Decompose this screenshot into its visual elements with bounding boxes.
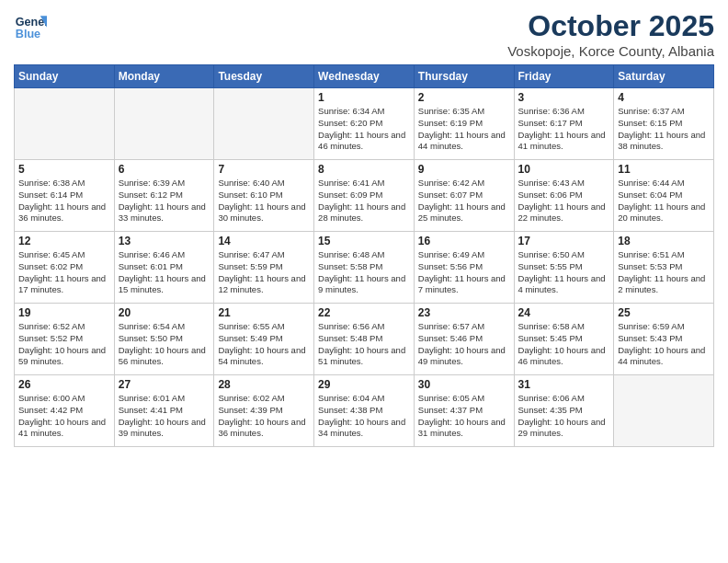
calendar-cell: 25Sunrise: 6:59 AM Sunset: 5:43 PM Dayli…	[614, 304, 714, 375]
day-number: 8	[318, 163, 410, 176]
weekday-header-tuesday: Tuesday	[214, 65, 314, 88]
day-info: Sunrise: 6:37 AM Sunset: 6:15 PM Dayligh…	[618, 106, 710, 153]
calendar-cell: 11Sunrise: 6:44 AM Sunset: 6:04 PM Dayli…	[614, 160, 714, 232]
day-info: Sunrise: 6:55 AM Sunset: 5:49 PM Dayligh…	[218, 321, 310, 368]
day-number: 3	[518, 91, 610, 104]
day-info: Sunrise: 6:52 AM Sunset: 5:52 PM Dayligh…	[18, 321, 110, 368]
day-info: Sunrise: 6:56 AM Sunset: 5:48 PM Dayligh…	[318, 321, 410, 368]
day-number: 1	[318, 91, 410, 104]
day-number: 12	[18, 235, 110, 247]
week-row-3: 19Sunrise: 6:52 AM Sunset: 5:52 PM Dayli…	[15, 304, 714, 375]
calendar-cell: 9Sunrise: 6:42 AM Sunset: 6:07 PM Daylig…	[414, 160, 514, 232]
calendar-cell: 6Sunrise: 6:39 AM Sunset: 6:12 PM Daylig…	[114, 160, 214, 232]
day-info: Sunrise: 6:36 AM Sunset: 6:17 PM Dayligh…	[518, 106, 610, 153]
header: General Blue October 2025 Voskopoje, Kor…	[14, 9, 714, 59]
calendar-cell: 22Sunrise: 6:56 AM Sunset: 5:48 PM Dayli…	[314, 304, 415, 375]
day-info: Sunrise: 6:48 AM Sunset: 5:58 PM Dayligh…	[318, 249, 410, 296]
weekday-header-saturday: Saturday	[614, 65, 714, 88]
calendar-cell: 1Sunrise: 6:34 AM Sunset: 6:20 PM Daylig…	[314, 88, 415, 160]
calendar-cell: 12Sunrise: 6:45 AM Sunset: 6:02 PM Dayli…	[15, 232, 115, 304]
calendar-cell: 30Sunrise: 6:05 AM Sunset: 4:37 PM Dayli…	[414, 375, 514, 447]
calendar-cell: 7Sunrise: 6:40 AM Sunset: 6:10 PM Daylig…	[214, 160, 314, 232]
day-number: 11	[618, 163, 710, 176]
day-info: Sunrise: 6:04 AM Sunset: 4:38 PM Dayligh…	[318, 393, 410, 440]
calendar-cell: 26Sunrise: 6:00 AM Sunset: 4:42 PM Dayli…	[15, 375, 115, 447]
day-number: 30	[418, 378, 510, 391]
calendar-cell: 8Sunrise: 6:41 AM Sunset: 6:09 PM Daylig…	[314, 160, 415, 232]
calendar-cell: 29Sunrise: 6:04 AM Sunset: 4:38 PM Dayli…	[314, 375, 415, 447]
location: Voskopoje, Korce County, Albania	[507, 43, 714, 59]
calendar-cell	[114, 88, 214, 160]
day-info: Sunrise: 6:45 AM Sunset: 6:02 PM Dayligh…	[18, 249, 110, 296]
logo-icon: General Blue	[14, 9, 47, 42]
calendar-cell: 23Sunrise: 6:57 AM Sunset: 5:46 PM Dayli…	[414, 304, 514, 375]
day-number: 17	[518, 235, 610, 247]
day-number: 21	[218, 306, 310, 319]
day-info: Sunrise: 6:50 AM Sunset: 5:55 PM Dayligh…	[518, 249, 610, 296]
day-info: Sunrise: 6:54 AM Sunset: 5:50 PM Dayligh…	[119, 321, 210, 368]
day-number: 19	[18, 306, 110, 319]
day-info: Sunrise: 6:06 AM Sunset: 4:35 PM Dayligh…	[518, 393, 610, 440]
svg-text:Blue: Blue	[16, 28, 40, 40]
weekday-header-wednesday: Wednesday	[314, 65, 415, 88]
day-info: Sunrise: 6:58 AM Sunset: 5:45 PM Dayligh…	[518, 321, 610, 368]
calendar-cell: 10Sunrise: 6:43 AM Sunset: 6:06 PM Dayli…	[514, 160, 614, 232]
day-info: Sunrise: 6:47 AM Sunset: 5:59 PM Dayligh…	[218, 249, 310, 296]
day-number: 20	[119, 306, 210, 319]
day-info: Sunrise: 6:40 AM Sunset: 6:10 PM Dayligh…	[218, 178, 310, 224]
day-number: 2	[418, 91, 510, 104]
day-info: Sunrise: 6:05 AM Sunset: 4:37 PM Dayligh…	[418, 393, 510, 440]
week-row-2: 12Sunrise: 6:45 AM Sunset: 6:02 PM Dayli…	[15, 232, 714, 304]
calendar-cell: 20Sunrise: 6:54 AM Sunset: 5:50 PM Dayli…	[114, 304, 214, 375]
day-number: 29	[318, 378, 410, 391]
day-info: Sunrise: 6:39 AM Sunset: 6:12 PM Dayligh…	[119, 178, 210, 224]
week-row-4: 26Sunrise: 6:00 AM Sunset: 4:42 PM Dayli…	[15, 375, 714, 447]
day-number: 4	[618, 91, 710, 104]
day-info: Sunrise: 6:44 AM Sunset: 6:04 PM Dayligh…	[618, 178, 710, 224]
weekday-header-sunday: Sunday	[15, 65, 115, 88]
day-info: Sunrise: 6:57 AM Sunset: 5:46 PM Dayligh…	[418, 321, 510, 368]
calendar-cell	[214, 88, 314, 160]
day-number: 24	[518, 306, 610, 319]
day-info: Sunrise: 6:01 AM Sunset: 4:41 PM Dayligh…	[119, 393, 210, 440]
day-info: Sunrise: 6:35 AM Sunset: 6:19 PM Dayligh…	[418, 106, 510, 153]
day-info: Sunrise: 6:51 AM Sunset: 5:53 PM Dayligh…	[618, 249, 710, 296]
day-info: Sunrise: 6:43 AM Sunset: 6:06 PM Dayligh…	[518, 178, 610, 224]
main-container: General Blue October 2025 Voskopoje, Kor…	[0, 0, 728, 456]
logo: General Blue	[14, 9, 47, 42]
calendar-cell: 15Sunrise: 6:48 AM Sunset: 5:58 PM Dayli…	[314, 232, 415, 304]
calendar-cell: 27Sunrise: 6:01 AM Sunset: 4:41 PM Dayli…	[114, 375, 214, 447]
day-number: 6	[119, 163, 210, 176]
day-info: Sunrise: 6:49 AM Sunset: 5:56 PM Dayligh…	[418, 249, 510, 296]
day-number: 22	[318, 306, 410, 319]
weekday-header-monday: Monday	[114, 65, 214, 88]
title-block: October 2025 Voskopoje, Korce County, Al…	[507, 9, 714, 59]
day-number: 16	[418, 235, 510, 247]
day-number: 15	[318, 235, 410, 247]
calendar-cell: 3Sunrise: 6:36 AM Sunset: 6:17 PM Daylig…	[514, 88, 614, 160]
day-number: 10	[518, 163, 610, 176]
calendar-cell	[614, 375, 714, 447]
month-title: October 2025	[507, 9, 714, 43]
day-info: Sunrise: 6:59 AM Sunset: 5:43 PM Dayligh…	[618, 321, 710, 368]
day-number: 25	[618, 306, 710, 319]
day-info: Sunrise: 6:46 AM Sunset: 6:01 PM Dayligh…	[119, 249, 210, 296]
day-info: Sunrise: 6:02 AM Sunset: 4:39 PM Dayligh…	[218, 393, 310, 440]
calendar-cell: 18Sunrise: 6:51 AM Sunset: 5:53 PM Dayli…	[614, 232, 714, 304]
day-number: 26	[18, 378, 110, 391]
week-row-0: 1Sunrise: 6:34 AM Sunset: 6:20 PM Daylig…	[15, 88, 714, 160]
calendar-cell: 16Sunrise: 6:49 AM Sunset: 5:56 PM Dayli…	[414, 232, 514, 304]
calendar-cell: 31Sunrise: 6:06 AM Sunset: 4:35 PM Dayli…	[514, 375, 614, 447]
calendar-cell: 2Sunrise: 6:35 AM Sunset: 6:19 PM Daylig…	[414, 88, 514, 160]
day-number: 9	[418, 163, 510, 176]
calendar-cell	[15, 88, 115, 160]
calendar-table: SundayMondayTuesdayWednesdayThursdayFrid…	[14, 64, 714, 447]
day-number: 14	[218, 235, 310, 247]
day-number: 5	[18, 163, 110, 176]
day-info: Sunrise: 6:00 AM Sunset: 4:42 PM Dayligh…	[18, 393, 110, 440]
week-row-1: 5Sunrise: 6:38 AM Sunset: 6:14 PM Daylig…	[15, 160, 714, 232]
calendar-cell: 4Sunrise: 6:37 AM Sunset: 6:15 PM Daylig…	[614, 88, 714, 160]
day-number: 7	[218, 163, 310, 176]
day-number: 27	[119, 378, 210, 391]
day-number: 31	[518, 378, 610, 391]
